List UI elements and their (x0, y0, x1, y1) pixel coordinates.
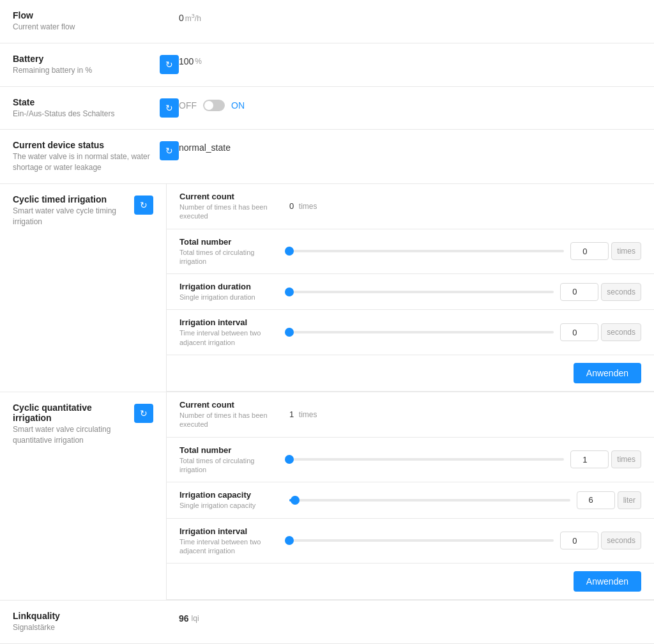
cyclic-quantitative-irrigation-capacity-row: Irrigation capacity Single irrigation ca… (167, 482, 654, 518)
state-refresh-icon: ↻ (165, 103, 173, 113)
cyclic-timed-irrigation-interval-slider-track (289, 331, 554, 334)
cyclic-timed-refresh-icon: ↻ (140, 200, 148, 210)
cyclic-quantitative-total-number-label: Total number Total times of circulating … (179, 445, 282, 475)
cyclic-quantitative-refresh-icon: ↻ (140, 408, 148, 418)
cyclic-quantitative-irrigation-interval-slider-track (289, 539, 554, 542)
cyclic-timed-current-count-row: Current count Number of times it has bee… (167, 184, 654, 229)
cyclic-timed-irrigation-interval-subtitle: Time interval between two adjacent irrig… (179, 328, 282, 347)
cyclic-timed-title: Cyclic timed irrigation (13, 194, 128, 204)
state-toggle-switch[interactable] (203, 100, 225, 111)
cyclic-quantitative-irrigation-capacity-label: Irrigation capacity Single irrigation ca… (179, 490, 282, 510)
cyclic-timed-total-number-slider-thumb[interactable] (285, 247, 294, 256)
state-toggle-group: OFF ON (179, 97, 641, 111)
cyclic-timed-left: Cyclic timed irrigation Smart water valv… (0, 184, 166, 392)
cyclic-quantitative-total-number-input[interactable] (570, 450, 609, 468)
cyclic-timed-irrigation-duration-input[interactable] (560, 283, 598, 301)
cyclic-quantitative-irrigation-capacity-unit: liter (618, 491, 641, 509)
cyclic-timed-irrigation-interval-row: Irrigation interval Time interval betwee… (167, 310, 654, 355)
battery-left: Battery Remaining battery in % ↻ (13, 54, 179, 76)
cyclic-timed-irrigation-interval-input-wrap: seconds (560, 323, 641, 341)
cyclic-quantitative-irrigation-interval-title: Irrigation interval (179, 526, 282, 536)
flow-left: Flow Current water flow (13, 10, 179, 33)
cyclic-quantitative-irrigation-capacity-slider-wrap: liter (289, 491, 641, 509)
cyclic-quantitative-refresh-button[interactable]: ↻ (134, 404, 153, 423)
cyclic-quantitative-irrigation-capacity-subtitle: Single irrigation capacity (179, 501, 282, 510)
cyclic-timed-irrigation-duration-input-wrap: seconds (560, 283, 641, 301)
cyclic-quantitative-irrigation-interval-input[interactable] (560, 532, 598, 549)
state-title: State (13, 97, 153, 107)
cyclic-quantitative-total-number-subtitle: Total times of circulating irrigation (179, 456, 282, 475)
linkquality-value-group: 96 lqi (179, 611, 641, 624)
cyclic-quantitative-current-count-title: Current count (179, 400, 282, 410)
cyclic-timed-irrigation-interval-input[interactable] (560, 323, 598, 341)
flow-row: Flow Current water flow 0 m3/h (0, 0, 654, 43)
main-container: Flow Current water flow 0 m3/h Battery R… (0, 0, 654, 644)
cyclic-quantitative-irrigation-capacity-input[interactable] (577, 491, 615, 509)
device-status-left: Current device status The water valve is… (13, 140, 179, 173)
cyclic-quantitative-total-number-slider-track (289, 458, 564, 461)
cyclic-timed-irrigation-duration-subtitle: Single irrigation duration (179, 293, 282, 302)
cyclic-quantitative-irrigation-interval-unit: seconds (601, 532, 641, 549)
cyclic-quantitative-current-count-value: 1 times (289, 410, 317, 419)
cyclic-timed-irrigation-interval-slider-wrap: seconds (289, 323, 641, 341)
battery-subtitle: Remaining battery in % (13, 65, 153, 76)
cyclic-quantitative-apply-button[interactable]: Anwenden (574, 571, 641, 592)
flow-subtitle: Current water flow (13, 22, 179, 33)
cyclic-timed-total-number-label: Total number Total times of circulating … (179, 237, 282, 266)
cyclic-quantitative-irrigation-interval-input-wrap: seconds (560, 532, 641, 549)
cyclic-timed-current-count-label: Current count Number of times it has bee… (179, 192, 282, 221)
battery-unit: % (195, 57, 202, 66)
cyclic-timed-apply-button[interactable]: Anwenden (574, 363, 641, 383)
cyclic-timed-irrigation-duration-slider-track (289, 291, 554, 293)
cyclic-timed-irrigation-interval-label: Irrigation interval Time interval betwee… (179, 318, 282, 347)
linkquality-value: 96 (179, 613, 189, 624)
cyclic-timed-right: Current count Number of times it has bee… (166, 184, 654, 392)
cyclic-timed-apply-row: Anwenden (167, 355, 654, 392)
cyclic-timed-total-number-row: Total number Total times of circulating … (167, 229, 654, 275)
state-on-label: ON (231, 100, 245, 111)
cyclic-timed-irrigation-duration-title: Irrigation duration (179, 282, 282, 291)
device-status-row: Current device status The water valve is… (0, 130, 654, 184)
cyclic-timed-total-number-subtitle: Total times of circulating irrigation (179, 248, 282, 266)
flow-unit: m3/h (185, 13, 201, 23)
cyclic-quantitative-label-group: Cyclic quantitative irrigation Smart wat… (13, 402, 128, 446)
cyclic-timed-refresh-button[interactable]: ↻ (134, 195, 153, 215)
cyclic-quantitative-irrigation-interval-label: Irrigation interval Time interval betwee… (179, 526, 282, 556)
state-subtitle: Ein-/Aus-Status des Schalters (13, 109, 153, 119)
cyclic-quantitative-irrigation-interval-subtitle: Time interval between two adjacent irrig… (179, 537, 282, 556)
cyclic-timed-total-number-slider-track (289, 250, 564, 252)
cyclic-timed-current-count-title: Current count (179, 192, 282, 201)
cyclic-timed-total-number-input[interactable] (570, 242, 609, 260)
cyclic-timed-irrigation-duration-slider-thumb[interactable] (285, 288, 294, 296)
cyclic-quantitative-current-count-subtitle: Number of times it has been executed (179, 411, 282, 429)
cyclic-timed-irrigation-interval-slider-thumb[interactable] (285, 328, 294, 337)
state-label-group: State Ein-/Aus-Status des Schalters (13, 97, 153, 119)
cyclic-quantitative-total-number-title: Total number (179, 445, 282, 455)
cyclic-quantitative-current-count-row: Current count Number of times it has bee… (167, 392, 654, 438)
cyclic-timed-current-count-subtitle: Number of times it has been executed (179, 203, 282, 221)
cyclic-quantitative-irrigation-capacity-input-wrap: liter (577, 491, 641, 509)
device-status-refresh-button[interactable]: ↻ (160, 141, 179, 160)
state-refresh-button[interactable]: ↻ (160, 98, 179, 118)
cyclic-quantitative-apply-row: Anwenden (167, 564, 654, 600)
cyclic-quantitative-irrigation-capacity-slider-thumb[interactable] (291, 496, 300, 505)
battery-refresh-button[interactable]: ↻ (160, 55, 179, 74)
cyclic-quantitative-total-number-slider-thumb[interactable] (285, 455, 294, 464)
cyclic-quantitative-left: Cyclic quantitative irrigation Smart wat… (0, 392, 166, 600)
cyclic-timed-total-number-title: Total number (179, 237, 282, 247)
cyclic-quantitative-irrigation-interval-row: Irrigation interval Time interval betwee… (167, 519, 654, 564)
cyclic-timed-label-group: Cyclic timed irrigation Smart water valv… (13, 194, 128, 227)
cyclic-timed-irrigation-duration-row: Irrigation duration Single irrigation du… (167, 274, 654, 310)
linkquality-unit: lqi (192, 614, 199, 623)
cyclic-quantitative-irrigation-capacity-slider-track (289, 499, 570, 502)
cyclic-quantitative-irrigation-interval-slider-wrap: seconds (289, 532, 641, 549)
flow-title: Flow (13, 10, 179, 20)
flow-value-group: 0 m3/h (179, 10, 641, 23)
cyclic-timed-total-number-input-wrap: times (570, 242, 641, 260)
cyclic-quantitative-irrigation-interval-slider-thumb[interactable] (285, 536, 294, 545)
cyclic-timed-total-number-unit: times (611, 242, 641, 260)
cyclic-quantitative-current-count-label: Current count Number of times it has bee… (179, 400, 282, 429)
state-left: State Ein-/Aus-Status des Schalters ↻ (13, 97, 179, 119)
cyclic-timed-row: Cyclic timed irrigation Smart water valv… (0, 184, 654, 392)
cyclic-timed-irrigation-duration-slider-wrap: seconds (289, 283, 641, 301)
